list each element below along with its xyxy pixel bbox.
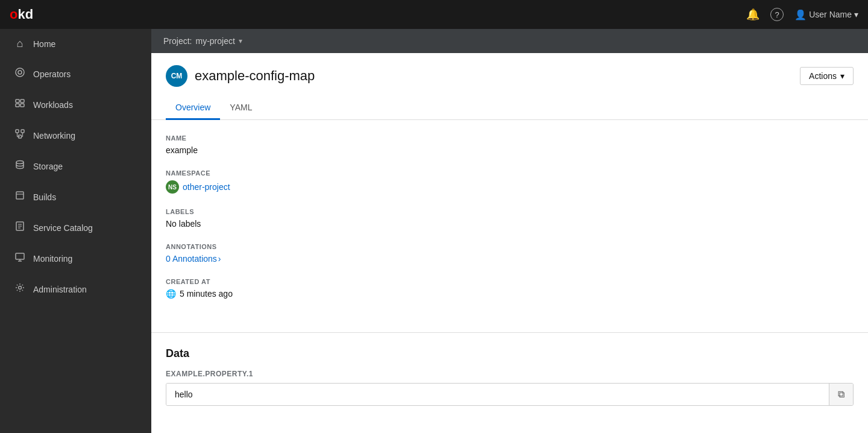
tabs: Overview YAML <box>151 96 868 120</box>
help-icon[interactable]: ? <box>770 8 784 21</box>
tab-yaml[interactable]: YAML <box>220 96 262 120</box>
page-content: CM example-config-map Actions ▾ Overview… <box>151 53 868 433</box>
annotations-value: 0 Annotations › <box>166 254 854 264</box>
data-section-title: Data <box>166 347 854 360</box>
project-chevron-icon: ▾ <box>239 37 242 45</box>
namespace-label: NAMESPACE <box>166 169 854 177</box>
labels-value: No labels <box>166 219 854 229</box>
sidebar-label-home: Home <box>33 39 55 49</box>
resource-badge: CM <box>166 65 187 87</box>
sidebar-item-home[interactable]: ⌂ Home <box>0 29 151 58</box>
annotations-count: 0 Annotations <box>166 254 217 264</box>
user-icon: 👤 <box>794 9 807 21</box>
main-layout: ⌂ Home Operators Workloads Networking <box>0 29 868 433</box>
monitoring-icon <box>14 251 26 265</box>
field-created-at: CREATED AT 🌐 5 minutes ago <box>166 278 854 299</box>
svg-rect-14 <box>16 192 24 199</box>
annotations-label: ANNOTATIONS <box>166 243 854 250</box>
created-at-text: 5 minutes ago <box>180 289 233 299</box>
svg-point-23 <box>19 286 22 289</box>
sidebar-label-builds: Builds <box>33 192 56 202</box>
sidebar-item-workloads[interactable]: Workloads <box>0 89 151 120</box>
project-selector[interactable]: Project: my-project ▾ <box>163 36 242 46</box>
labels-label: LABELS <box>166 208 854 215</box>
annotations-chevron-icon: › <box>218 254 221 264</box>
ns-icon: NS <box>166 180 179 194</box>
created-at-label: CREATED AT <box>166 278 854 285</box>
builds-icon <box>14 190 26 204</box>
svg-rect-6 <box>16 130 19 133</box>
sidebar-label-monitoring: Monitoring <box>33 254 72 264</box>
created-at-value: 🌐 5 minutes ago <box>166 289 854 299</box>
data-value-text: hello <box>166 384 829 405</box>
user-chevron-icon: ▾ <box>854 10 858 19</box>
project-bar: Project: my-project ▾ <box>151 29 868 53</box>
topbar-actions: 🔔 ? 👤 User Name ▾ <box>746 8 858 21</box>
globe-icon: 🌐 <box>166 289 176 299</box>
service-catalog-icon <box>14 221 26 235</box>
notification-icon[interactable]: 🔔 <box>746 8 760 21</box>
sidebar-label-networking: Networking <box>33 131 75 141</box>
sidebar-label-storage: Storage <box>33 162 63 171</box>
tab-overview[interactable]: Overview <box>166 96 220 120</box>
content-area: Project: my-project ▾ CM example-config-… <box>151 29 868 433</box>
sidebar-item-service-catalog[interactable]: Service Catalog <box>0 212 151 243</box>
user-name-label: User Name <box>809 10 852 19</box>
data-property-label: EXAMPLE.PROPERTY.1 <box>166 370 854 378</box>
copy-button[interactable]: ⧉ <box>829 384 853 405</box>
svg-point-0 <box>16 68 24 77</box>
svg-rect-20 <box>16 253 24 259</box>
actions-label: Actions <box>809 71 837 81</box>
copy-icon: ⧉ <box>838 389 844 400</box>
sidebar-item-networking[interactable]: Networking <box>0 120 151 151</box>
sidebar-item-storage[interactable]: Storage <box>0 151 151 182</box>
logo-kd: kd <box>17 7 33 22</box>
sidebar-item-monitoring[interactable]: Monitoring <box>0 243 151 274</box>
sidebar-label-workloads: Workloads <box>33 100 73 110</box>
svg-rect-4 <box>16 104 19 107</box>
sidebar-label-operators: Operators <box>33 69 71 79</box>
sidebar-item-administration[interactable]: Administration <box>0 274 151 305</box>
project-label: Project: <box>163 36 192 46</box>
namespace-value: NS other-project <box>166 180 230 194</box>
workloads-icon <box>14 98 26 112</box>
annotations-link[interactable]: 0 Annotations › <box>166 254 854 264</box>
data-section: Data EXAMPLE.PROPERTY.1 hello ⧉ <box>151 333 868 420</box>
home-icon: ⌂ <box>14 37 26 50</box>
field-namespace: NAMESPACE NS other-project <box>166 169 854 194</box>
svg-point-13 <box>16 161 24 164</box>
networking-icon <box>14 128 26 142</box>
project-name: my-project <box>195 36 234 46</box>
detail-content: NAME example NAMESPACE NS other-project … <box>151 120 868 327</box>
name-value: example <box>166 145 854 155</box>
page-header: CM example-config-map Actions ▾ <box>151 53 868 87</box>
sidebar: ⌂ Home Operators Workloads Networking <box>0 29 151 433</box>
sidebar-label-service-catalog: Service Catalog <box>33 223 93 233</box>
user-menu[interactable]: 👤 User Name ▾ <box>794 9 858 21</box>
page-title-area: CM example-config-map <box>166 65 315 87</box>
page-title: example-config-map <box>195 68 315 84</box>
field-labels: LABELS No labels <box>166 208 854 229</box>
data-value-row: hello ⧉ <box>166 383 854 406</box>
operators-icon <box>14 67 26 81</box>
field-annotations: ANNOTATIONS 0 Annotations › <box>166 243 854 264</box>
administration-icon <box>14 282 26 296</box>
sidebar-item-builds[interactable]: Builds <box>0 182 151 212</box>
sidebar-label-administration: Administration <box>33 285 87 294</box>
svg-rect-7 <box>21 130 24 133</box>
logo-o: o <box>10 7 17 22</box>
svg-point-1 <box>18 71 22 74</box>
actions-button[interactable]: Actions ▾ <box>800 67 854 85</box>
namespace-link[interactable]: other-project <box>183 182 230 192</box>
field-name: NAME example <box>166 134 854 155</box>
name-label: NAME <box>166 134 854 142</box>
storage-icon <box>14 159 26 173</box>
sidebar-item-operators[interactable]: Operators <box>0 58 151 89</box>
topbar: okd 🔔 ? 👤 User Name ▾ <box>0 0 868 29</box>
logo[interactable]: okd <box>10 7 33 22</box>
svg-rect-2 <box>16 100 19 103</box>
svg-rect-3 <box>20 100 24 103</box>
svg-rect-5 <box>20 104 24 107</box>
actions-chevron-icon: ▾ <box>840 71 844 81</box>
